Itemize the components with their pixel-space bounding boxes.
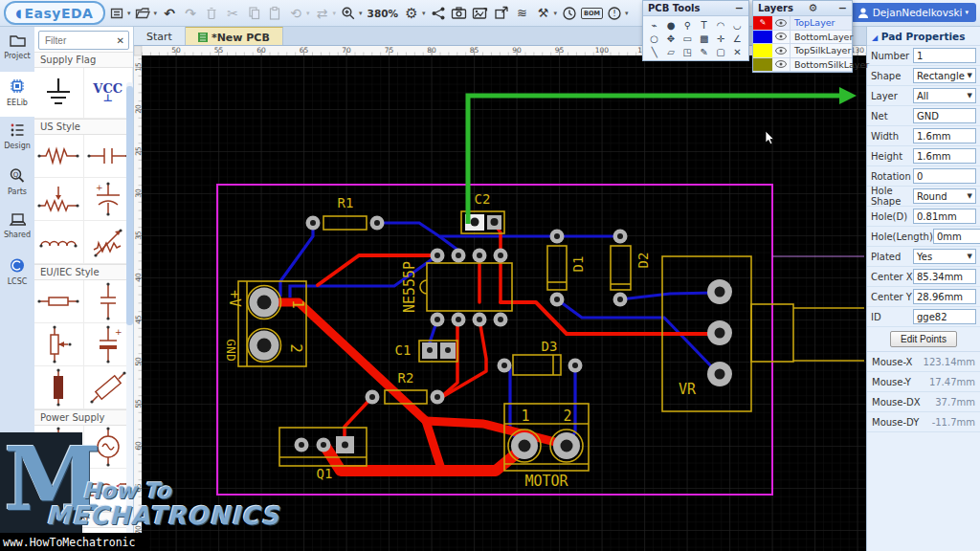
pcb-canvas[interactable]: 5055 6065 7075 8085 9095 100105 110115 1…	[134, 46, 866, 551]
zoom-in-icon[interactable]	[339, 3, 358, 24]
route-waves-icon[interactable]: ≋	[513, 3, 532, 24]
property-value-field[interactable]: Round ▼	[913, 188, 976, 204]
pcb-tool-icon[interactable]: ╲	[646, 45, 662, 58]
pcb-tool-icon[interactable]: ✕	[729, 45, 746, 58]
layer-row[interactable]: TopSilkLayer	[753, 44, 852, 58]
layer-name[interactable]: TopSilkLayer	[791, 44, 851, 57]
pcb-tool-icon[interactable]: ◳	[679, 45, 696, 58]
screenshot-camera-icon[interactable]	[450, 3, 469, 24]
dropdown-caret-icon[interactable]: ▼	[968, 72, 972, 79]
rotate-caret-icon[interactable]: ▾	[306, 10, 310, 17]
pcb-tool-icon[interactable]: ▱	[662, 45, 679, 58]
layer-color-swatch[interactable]	[753, 58, 772, 72]
pcb-tools-header[interactable]: PCB Tools −	[643, 1, 748, 16]
pcb-tools-panel[interactable]: PCB Tools − ⌁●⚲T◠◡○✥▭▩✛∠╲▱◳✎▢✕	[642, 0, 749, 61]
layers-header[interactable]: Layers ⚙ −	[753, 1, 852, 16]
tab-start[interactable]: Start	[134, 27, 186, 45]
sidebar-item-lcsc[interactable]: LCSC	[0, 252, 34, 297]
pcb-tool-icon[interactable]: ✛	[712, 32, 728, 45]
pcb-tool-icon[interactable]: ▢	[712, 45, 728, 58]
edit-points-button[interactable]: Edit Points	[890, 331, 957, 347]
clear-filter-icon[interactable]: ✕	[117, 35, 124, 46]
share-icon[interactable]	[429, 3, 448, 24]
property-value-field[interactable]: 28.96mm	[913, 289, 976, 304]
dropdown-caret-icon[interactable]: ▼	[968, 192, 972, 200]
pcb-tool-icon[interactable]: ▩	[696, 32, 712, 45]
layer-name[interactable]: BottomLayer	[791, 31, 853, 44]
tab-new-pcb[interactable]: *New PCB	[186, 27, 283, 45]
tools-caret-icon[interactable]: ▾	[554, 10, 558, 17]
rotate-icon[interactable]: ⟲	[286, 3, 305, 24]
sidebar-item-project[interactable]: Project	[0, 27, 34, 72]
history-clock-icon[interactable]	[560, 3, 579, 24]
redo-icon[interactable]: ↷	[181, 3, 200, 24]
layer-color-swatch[interactable]	[753, 31, 772, 44]
symbol-resistor-filled[interactable]	[34, 366, 84, 409]
pcb-tool-icon[interactable]: ○	[646, 32, 662, 45]
settings-gear-icon[interactable]: ⚙	[402, 3, 421, 24]
layer-visibility-eye-icon[interactable]	[772, 58, 791, 72]
symbol-resistor-us[interactable]	[34, 135, 84, 178]
easyeda-logo[interactable]: ◖EasyEDA	[4, 1, 105, 25]
photo-export-icon[interactable]	[471, 3, 490, 24]
copy-icon[interactable]	[244, 3, 263, 24]
property-value-field[interactable]: 1	[913, 48, 976, 63]
menu-icon[interactable]	[107, 3, 126, 24]
pcb-tool-icon[interactable]: ✎	[696, 45, 712, 58]
menu-caret-icon[interactable]: ▾	[127, 10, 131, 17]
pcb-tool-icon[interactable]: ⌁	[646, 18, 662, 32]
tools-icon[interactable]: ⚒	[534, 3, 553, 24]
pcb-tool-icon[interactable]: ◠	[712, 18, 728, 32]
symbol-resistor-eu[interactable]	[34, 280, 84, 323]
layer-name[interactable]: BottomSilkLayer	[791, 58, 869, 72]
layer-color-swatch[interactable]: ✎	[753, 16, 772, 30]
collapse-icon[interactable]: ◢	[872, 33, 878, 42]
settings-caret-icon[interactable]: ▾	[422, 10, 426, 17]
property-value-field[interactable]: 0mm	[933, 229, 980, 244]
symbol-rheostat-us[interactable]	[34, 178, 84, 221]
dropdown-caret-icon[interactable]: ▼	[968, 253, 972, 260]
help-icon[interactable]: !	[605, 3, 624, 24]
layer-row[interactable]: BottomSilkLayer	[753, 58, 852, 73]
sidebar-item-eelib[interactable]: EELib	[0, 72, 34, 117]
pcb-tool-icon[interactable]: T	[696, 18, 712, 32]
symbol-ground[interactable]	[34, 68, 84, 119]
layer-visibility-eye-icon[interactable]	[772, 44, 791, 57]
bom-icon[interactable]: BOM	[581, 3, 603, 24]
delete-icon[interactable]	[202, 3, 221, 24]
panel-title[interactable]: ◢ Pad Properties	[867, 27, 980, 46]
pcb-tool-icon[interactable]: ▭	[679, 32, 696, 45]
layers-settings-gear-icon[interactable]: ⚙	[808, 2, 817, 14]
property-value-field[interactable]: All ▼	[913, 88, 976, 103]
undo-icon[interactable]: ↶	[160, 3, 179, 24]
filter-input[interactable]	[43, 34, 114, 47]
property-value-field[interactable]: Yes ▼	[913, 249, 976, 264]
help-caret-icon[interactable]: ▾	[625, 10, 629, 17]
sidebar-item-design[interactable]: Design	[0, 117, 34, 162]
layer-visibility-eye-icon[interactable]	[772, 31, 791, 44]
layer-color-swatch[interactable]	[753, 44, 772, 57]
pcb-tool-icon[interactable]: ◡	[729, 18, 746, 32]
property-value-field[interactable]: GND	[913, 108, 976, 123]
sidebar-item-parts[interactable]: Q Parts	[0, 162, 34, 207]
open-caret-icon[interactable]: ▾	[154, 10, 158, 17]
property-value-field[interactable]: 0.81mm	[913, 209, 976, 224]
layer-row[interactable]: ✎ TopLayer	[753, 16, 852, 31]
layer-visibility-eye-icon[interactable]	[772, 16, 791, 30]
pcb-tool-icon[interactable]: ∠	[729, 32, 746, 45]
zoom-caret-icon[interactable]: ▾	[359, 10, 363, 17]
property-value-field[interactable]: 0	[913, 168, 976, 184]
user-account-button[interactable]: DejanNedelkovski ▾	[851, 3, 976, 22]
minimize-icon[interactable]: −	[735, 4, 744, 13]
property-value-field[interactable]: Rectangle ▼	[913, 68, 976, 83]
property-value-field[interactable]: 1.6mm	[913, 128, 976, 143]
flip-caret-icon[interactable]: ▾	[333, 10, 337, 17]
filter-box[interactable]: ✕	[38, 31, 129, 50]
property-value-field[interactable]: gge82	[913, 309, 976, 324]
dropdown-caret-icon[interactable]: ▼	[968, 92, 972, 99]
layers-panel[interactable]: Layers ⚙ − ✎ TopLayer BottomLayer	[752, 0, 853, 73]
layer-name[interactable]: TopLayer	[791, 16, 835, 30]
open-folder-icon[interactable]	[134, 3, 153, 24]
paste-icon[interactable]	[265, 3, 284, 24]
symbol-potentiometer-eu[interactable]	[34, 323, 84, 366]
